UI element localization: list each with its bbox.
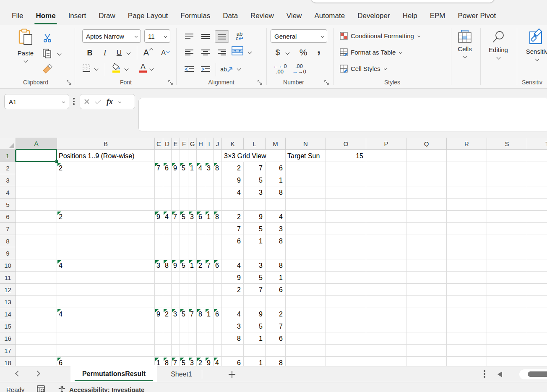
cell-J9[interactable] (214, 247, 222, 259)
cell-value-C14[interactable]: 9 (155, 308, 163, 320)
cell-R10[interactable] (447, 259, 487, 272)
column-header-I[interactable]: I (205, 138, 214, 150)
format-painter-button[interactable] (42, 64, 53, 74)
cell-A7[interactable] (16, 223, 57, 235)
column-header-O[interactable]: O (326, 138, 366, 150)
name-box[interactable]: A1 (4, 94, 69, 109)
cell-O11[interactable] (326, 272, 366, 284)
cells-dropdown-chevron[interactable] (463, 55, 467, 59)
decrease-decimal-button[interactable]: .00 →→0 (291, 62, 307, 76)
cell-Q3[interactable] (406, 174, 447, 186)
cell-B7[interactable] (57, 223, 155, 235)
cell-E8[interactable] (172, 235, 180, 247)
cell-C7[interactable] (155, 223, 163, 235)
copy-dropdown-chevron[interactable] (57, 52, 62, 56)
column-header-G[interactable]: G (188, 138, 197, 150)
cell-H8[interactable] (197, 235, 205, 247)
accessibility-icon[interactable] (58, 385, 66, 392)
percent-button[interactable]: % (298, 46, 309, 59)
cell-value-G18[interactable]: 3 (188, 357, 196, 366)
cell-L5[interactable] (244, 199, 266, 211)
cell-value-F10[interactable]: 5 (180, 260, 188, 271)
cell-B9[interactable] (57, 247, 155, 259)
accessibility-status[interactable]: Accessibility: Investigate (69, 386, 144, 392)
cell-value-M15[interactable]: 7 (266, 321, 285, 332)
cell-J12[interactable] (214, 284, 222, 296)
cell-P4[interactable] (366, 186, 406, 199)
row-header-5[interactable]: 5 (0, 199, 16, 211)
cell-N11[interactable] (286, 272, 326, 284)
new-sheet-button[interactable] (229, 371, 235, 378)
cell-C15[interactable] (155, 320, 163, 332)
cell-D1[interactable] (163, 150, 172, 162)
wrap-text-button[interactable]: ab c (233, 29, 246, 43)
column-header-K[interactable]: K (222, 138, 244, 150)
fill-color-dropdown-chevron[interactable] (125, 67, 129, 71)
cell-T14[interactable] (527, 308, 547, 320)
cell-O10[interactable] (326, 259, 366, 272)
cell-value-L3[interactable]: 5 (244, 175, 265, 186)
cell-E1[interactable] (172, 150, 180, 162)
prev-sheet-arrow[interactable] (15, 371, 21, 376)
cell-P16[interactable] (366, 332, 406, 345)
cell-J17[interactable] (214, 345, 222, 357)
cell-value-H2[interactable]: 4 (197, 162, 205, 174)
cell-F3[interactable] (180, 174, 188, 186)
cell-D16[interactable] (163, 332, 172, 345)
cell-P18[interactable] (366, 357, 406, 366)
cell-R12[interactable] (447, 284, 487, 296)
menu-home[interactable]: Home (29, 10, 62, 22)
cell-J7[interactable] (214, 223, 222, 235)
cell-value-L6[interactable]: 9 (244, 211, 265, 222)
row-header-8[interactable]: 8 (0, 235, 16, 247)
cell-B16[interactable] (57, 332, 155, 345)
cell-I16[interactable] (205, 332, 214, 345)
cell-T13[interactable] (527, 296, 547, 308)
cell-C3[interactable] (155, 174, 163, 186)
cell-H12[interactable] (197, 284, 205, 296)
cell-B11[interactable] (57, 272, 155, 284)
underline-dropdown-chevron[interactable] (127, 51, 131, 55)
cell-F4[interactable] (180, 186, 188, 199)
cell-N3[interactable] (286, 174, 326, 186)
cell-A15[interactable] (16, 320, 57, 332)
cell-value-D6[interactable]: 4 (163, 211, 171, 222)
tab-overflow-menu-icon[interactable] (484, 370, 485, 378)
number-format-combo[interactable]: General (271, 29, 327, 43)
cell-R14[interactable] (447, 308, 487, 320)
cell-C12[interactable] (155, 284, 163, 296)
cell-value-F6[interactable]: 5 (180, 211, 188, 222)
menu-draw[interactable]: Draw (92, 10, 122, 22)
cell-R8[interactable] (447, 235, 487, 247)
cell-value-J10[interactable]: 6 (214, 260, 221, 271)
cell-C4[interactable] (155, 186, 163, 199)
cell-value-D14[interactable]: 2 (163, 308, 171, 320)
cell-value-K16[interactable]: 8 (222, 333, 243, 344)
cell-value-K12[interactable]: 2 (222, 284, 243, 295)
cell-N9[interactable] (286, 247, 326, 259)
cell-value-E2[interactable]: 9 (172, 162, 180, 174)
comma-style-button[interactable]: , (315, 43, 323, 55)
formula-input[interactable] (138, 98, 547, 131)
cell-I7[interactable] (205, 223, 214, 235)
cell-value-D2[interactable]: 6 (163, 162, 171, 174)
cell-G3[interactable] (188, 174, 197, 186)
row-header-15[interactable]: 15 (0, 320, 16, 332)
name-box-splitter-icon[interactable] (73, 98, 75, 105)
cell-R15[interactable] (447, 320, 487, 332)
cell-S7[interactable] (487, 223, 527, 235)
align-right-button[interactable] (216, 47, 228, 58)
cell-R7[interactable] (447, 223, 487, 235)
cell-R13[interactable] (447, 296, 487, 308)
cell-value-H10[interactable]: 2 (197, 260, 205, 271)
cell-P8[interactable] (366, 235, 406, 247)
cell-G4[interactable] (188, 186, 197, 199)
alignment-dialog-launcher[interactable] (257, 79, 263, 85)
cell-value-C18[interactable]: 1 (155, 357, 163, 366)
cell-C16[interactable] (155, 332, 163, 345)
menu-power-pivot[interactable]: Power Pivot (451, 10, 502, 22)
cell-Q17[interactable] (406, 345, 447, 357)
fill-handle[interactable] (55, 160, 58, 163)
cell-Q1[interactable] (406, 150, 447, 162)
cell-value-L18[interactable]: 1 (244, 357, 265, 366)
